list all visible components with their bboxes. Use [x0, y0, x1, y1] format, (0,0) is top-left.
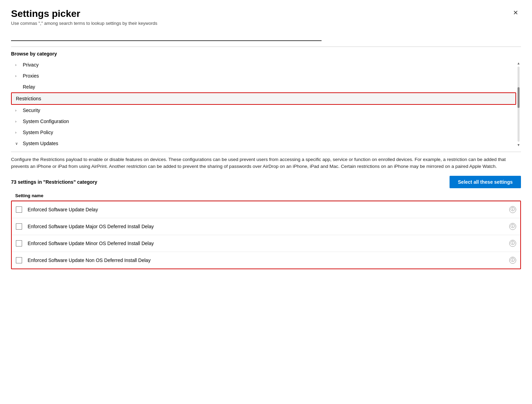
scroll-track [518, 67, 520, 142]
dialog-subtitle: Use commas "," among search terms to loo… [11, 21, 521, 26]
chevron-right-icon: › [15, 74, 20, 78]
scroll-down-button[interactable]: ▼ [516, 142, 521, 148]
category-label: Relay [23, 84, 35, 90]
category-list: › Privacy › Proxies Relay Restrictions ›… [11, 59, 516, 149]
category-item-restrictions[interactable]: Restrictions [11, 92, 516, 105]
settings-picker-dialog: Settings picker ✕ Use commas "," among s… [0, 0, 532, 404]
chevron-right-icon: › [15, 63, 20, 67]
setting-name-2: Enforced Software Update Major OS Deferr… [28, 224, 509, 229]
table-row: Enforced Software Update Minor OS Deferr… [12, 235, 520, 252]
setting-name-1: Enforced Software Update Delay [28, 207, 509, 212]
settings-table: Enforced Software Update Delay ⓘ Enforce… [11, 201, 521, 269]
category-item-privacy[interactable]: › Privacy [11, 59, 516, 70]
chevron-right-icon: › [15, 130, 20, 134]
close-button[interactable]: ✕ [510, 8, 521, 17]
chevron-down-icon: ∨ [15, 141, 20, 146]
category-item-system-policy[interactable]: › System Policy [11, 127, 516, 138]
browse-by-category-label: Browse by category [11, 51, 521, 57]
info-icon-3[interactable]: ⓘ [509, 240, 516, 247]
info-icon-2[interactable]: ⓘ [509, 223, 516, 230]
category-item-system-updates[interactable]: ∨ System Updates [11, 138, 516, 149]
setting-checkbox-3[interactable] [16, 240, 22, 246]
dialog-header: Settings picker ✕ [11, 8, 521, 19]
setting-checkbox-4[interactable] [16, 257, 22, 263]
category-label: Security [23, 108, 40, 113]
info-icon-4[interactable]: ⓘ [509, 257, 516, 264]
category-label: Privacy [23, 62, 39, 68]
category-item-proxies[interactable]: › Proxies [11, 70, 516, 81]
info-icon-1[interactable]: ⓘ [509, 206, 516, 213]
chevron-right-icon: › [15, 119, 20, 123]
category-label: System Updates [23, 141, 58, 146]
category-label: System Policy [23, 130, 53, 135]
scroll-up-button[interactable]: ▲ [516, 61, 521, 66]
search-area [11, 30, 521, 41]
setting-checkbox-2[interactable] [16, 223, 22, 230]
section-divider [11, 152, 521, 152]
top-divider [11, 47, 521, 47]
category-label: System Configuration [23, 119, 69, 124]
dialog-title: Settings picker [11, 8, 80, 19]
category-label: Proxies [23, 73, 39, 79]
category-item-security[interactable]: › Security [11, 105, 516, 116]
table-row: Enforced Software Update Delay ⓘ [12, 201, 520, 218]
setting-checkbox-1[interactable] [16, 206, 22, 213]
settings-count-label: 73 settings in "Restrictions" category [11, 179, 97, 185]
setting-name-header: Setting name [11, 191, 521, 201]
search-input[interactable] [11, 30, 322, 41]
category-scrollbar: ▲ ▼ [516, 59, 521, 149]
category-label: Restrictions [16, 96, 41, 101]
scroll-thumb [518, 87, 520, 108]
setting-name-3: Enforced Software Update Minor OS Deferr… [28, 241, 509, 246]
setting-name-4: Enforced Software Update Non OS Deferred… [28, 257, 509, 263]
description-area: Configure the Restrictions payload to en… [11, 156, 521, 170]
category-item-relay[interactable]: Relay [11, 81, 516, 92]
table-row: Enforced Software Update Major OS Deferr… [12, 218, 520, 235]
select-all-button[interactable]: Select all these settings [450, 176, 521, 188]
category-item-system-configuration[interactable]: › System Configuration [11, 116, 516, 127]
category-list-container: › Privacy › Proxies Relay Restrictions ›… [11, 59, 521, 149]
table-row: Enforced Software Update Non OS Deferred… [12, 252, 520, 269]
settings-header-row: 73 settings in "Restrictions" category S… [11, 176, 521, 188]
chevron-right-icon: › [15, 108, 20, 112]
